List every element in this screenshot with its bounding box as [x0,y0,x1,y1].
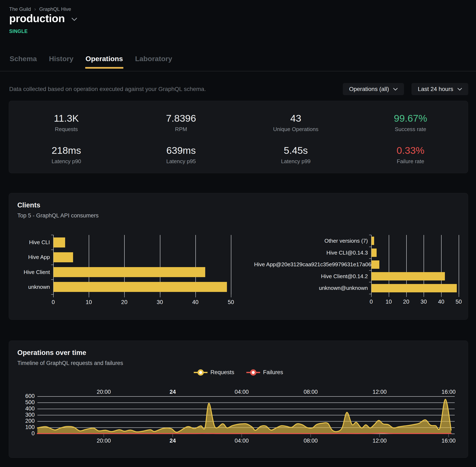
breadcrumb-separator-icon: › [34,6,36,12]
graphql-hive-operations-page: The Guild › GraphQL Hive production SING… [0,0,476,467]
tab-history[interactable]: History [48,55,74,69]
x-axis-tick-label-bottom: 16:00 [442,438,456,444]
stat-requests: 11.3K Requests [9,106,124,139]
stat-failure-rate: 0.33% Failure rate [353,139,468,171]
bar-label: Hive App [17,250,50,265]
axis-tick-label: 50 [228,299,234,306]
axis-tick [369,282,371,282]
axis-tick [124,294,125,297]
tab-bar-divider [0,71,476,71]
stats-summary-card: 11.3K Requests 7.8396 RPM 43 Unique Oper… [9,101,468,173]
x-axis-tick-label-bottom: 20:00 [97,438,111,444]
x-axis-tick-label-top: 04:00 [235,389,249,395]
axis-tick [369,235,371,235]
bar-label: Hive CLI [17,235,50,250]
target-title-row: production [9,12,77,25]
bar [371,260,379,269]
bar [53,237,65,247]
tab-operations[interactable]: Operations [85,55,123,69]
axis-tick [51,279,53,280]
bar [371,272,445,280]
axis-tick [369,270,371,271]
clients-card-title: Clients [17,201,40,209]
stat-value: 11.3K [54,113,79,123]
axis-tick [231,294,231,297]
chevron-down-icon[interactable] [72,18,77,21]
requests-failures-timeline-chart: 010020030040050060020:0020:00242404:0004… [9,341,468,458]
bar-label: Other versions (7) [254,235,368,247]
breadcrumb-project-link[interactable]: GraphQL Hive [39,6,71,12]
tab-bar: Schema History Operations Laboratory [9,55,173,69]
stat-value: 99.67% [394,113,427,123]
stat-label: Latency p95 [166,159,196,164]
chevron-down-icon [393,88,398,91]
axis-tick [369,258,371,259]
stat-value: 43 [291,113,301,123]
bar-label: Hive Client [17,265,50,280]
bar-label: Hive App@20e3129caa921c35e9979631e17a067… [254,259,368,271]
axis-tick-label: 20 [403,298,410,305]
time-range-dropdown[interactable]: Last 24 hours [411,83,468,95]
stat-value: 639ms [166,145,196,155]
stat-value: 5.45s [284,145,308,155]
stat-label: RPM [175,127,187,132]
failures-line [37,433,451,434]
x-axis-tick-label-bottom: 04:00 [235,438,249,444]
bar [371,284,457,292]
grid-line [231,235,231,294]
stat-latency-p90: 218ms Latency p90 [9,139,124,171]
stat-label: Unique Operations [273,127,318,132]
chevron-down-icon [457,88,462,91]
axis-tick [423,294,424,297]
stat-unique-operations: 43 Unique Operations [238,106,353,139]
axis-tick [51,235,53,235]
y-axis-tick-label: 500 [25,399,35,405]
operations-over-time-card: Operations over time Timeline of GraphQL… [9,340,468,458]
bar-label: Hive CLI@0.14.3 [254,247,368,259]
breadcrumb: The Guild › GraphQL Hive [9,6,71,12]
stat-latency-p99: 5.45s Latency p99 [238,139,353,171]
target-type-badge: SINGLE [9,29,28,34]
bar-label: Hive Client@0.14.2 [254,271,368,282]
operations-filter-dropdown[interactable]: Operations (all) [343,83,404,95]
x-axis-tick-label-top: 16:00 [442,389,456,395]
stat-latency-p95: 639ms Latency p95 [124,139,239,171]
breadcrumb-org-link[interactable]: The Guild [9,6,31,12]
x-axis-tick-label-bottom: 08:00 [304,438,318,444]
clients-card: Clients Top 5 - GraphQL API consumers 01… [9,193,468,320]
axis-tick [51,265,53,265]
page-title: production [9,12,65,25]
stat-label: Latency p90 [52,159,81,164]
requests-area [37,399,451,434]
stat-value: 0.33% [397,145,424,155]
bar [53,282,227,292]
clients-by-name-chart: 01020304050Hive CLIHive AppHive Clientun… [17,235,243,307]
axis-tick-label: 0 [52,299,55,306]
bar-label: unknown@unknown [254,282,368,294]
tab-laboratory[interactable]: Laboratory [135,55,173,69]
axis-tick-label: 20 [121,299,127,306]
y-axis-tick-label: 0 [31,430,35,437]
axis-tick [369,294,371,294]
x-axis-tick-label-top: 08:00 [304,389,318,395]
axis-tick [53,294,54,297]
axis-tick [160,294,160,297]
axis-tick [389,294,389,297]
axis-tick [371,294,372,297]
axis-tick-label: 40 [192,299,198,306]
axis-tick-label: 10 [386,298,392,305]
y-axis-tick-label: 600 [25,393,35,399]
axis-tick [195,294,196,297]
y-axis-tick-label: 100 [25,424,35,430]
axis-tick-label: 30 [157,299,163,306]
stat-value: 218ms [52,145,81,155]
x-axis-tick-label-top: 12:00 [372,389,387,395]
axis-tick-label: 0 [370,298,373,305]
tab-schema[interactable]: Schema [9,55,37,69]
operations-description: Data collected based on operation execut… [9,83,206,95]
axis-tick-label: 30 [421,298,427,305]
axis-tick [51,250,53,250]
y-axis-tick-label: 400 [25,405,35,412]
stat-success-rate: 99.67% Success rate [353,106,468,139]
axis-tick [406,294,407,297]
